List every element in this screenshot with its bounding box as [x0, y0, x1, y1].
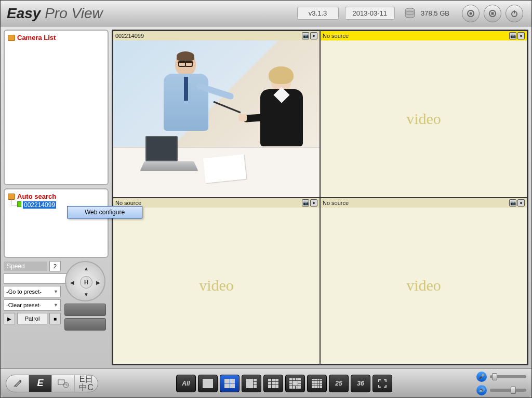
context-menu: Web configure: [67, 206, 142, 218]
cell-title: 002214099: [115, 33, 144, 39]
snapshot-icon[interactable]: 📷: [302, 199, 309, 207]
ptz-up-button[interactable]: ▲: [81, 263, 91, 273]
video-cell-1[interactable]: 002214099 📷 ●: [113, 31, 320, 198]
ptz-extra-button-2[interactable]: [64, 318, 106, 331]
patrol-play-button[interactable]: ▶: [4, 313, 15, 324]
svg-rect-5: [491, 12, 494, 15]
fullscreen-button[interactable]: [373, 375, 392, 392]
video-placeholder: video: [406, 277, 441, 294]
stop-button[interactable]: [484, 5, 501, 22]
folder-icon: [8, 194, 15, 200]
playback-tab[interactable]: [52, 375, 75, 392]
ptz-extra-button-1[interactable]: [64, 304, 106, 316]
power-button[interactable]: [506, 5, 523, 22]
ptz-down-button[interactable]: ▼: [81, 289, 91, 299]
record-icon[interactable]: ●: [517, 199, 525, 207]
speaker-icon[interactable]: 🔊: [476, 385, 487, 395]
camera-icon: [17, 201, 21, 207]
layout-strip: All 25 36: [176, 375, 392, 392]
ptz-dpad: ▲ ▼ ◀ ▶ H: [65, 261, 105, 301]
folder-icon: [8, 35, 15, 41]
ptz-right-button[interactable]: ▶: [93, 277, 103, 287]
cell-title: No source: [115, 200, 141, 206]
patrol-stop-button[interactable]: ■: [49, 313, 61, 324]
auto-search-panel: Auto search 002214099 Web configure: [4, 188, 109, 258]
disk-icon: [404, 7, 416, 20]
camera-list-title: Camera List: [8, 34, 104, 42]
patrol-label: Patrol: [17, 313, 47, 324]
ptz-home-button[interactable]: H: [80, 276, 92, 289]
layout-9-button[interactable]: [263, 375, 283, 392]
cell-title: No source: [323, 200, 349, 206]
layout-all-button[interactable]: All: [176, 375, 196, 392]
layout-6-button[interactable]: [242, 375, 261, 392]
speaker-slider[interactable]: [490, 389, 526, 392]
snapshot-icon[interactable]: 📷: [509, 32, 516, 39]
svg-point-3: [470, 12, 472, 15]
snapshot-icon[interactable]: 📷: [302, 32, 309, 39]
version-box: v3.1.3: [297, 7, 339, 20]
layout-1-button[interactable]: [198, 375, 218, 392]
cell-title: No source: [323, 33, 349, 39]
ptz-controls: Speed Add -Go to preset-▼ -Clear preset-…: [4, 261, 109, 331]
footer-toolbar: E E日中C All 25 36 🎤 🔊: [1, 368, 531, 397]
record-icon[interactable]: ●: [310, 32, 317, 39]
video-placeholder: video: [199, 277, 234, 294]
goto-preset-select[interactable]: -Go to preset-▼: [4, 286, 61, 297]
auto-search-title: Auto search: [8, 193, 104, 200]
settings-tab[interactable]: [6, 375, 29, 392]
video-grid: 002214099 📷 ●: [112, 30, 528, 365]
layout-13-button[interactable]: [285, 375, 305, 392]
layout-36-button[interactable]: 36: [351, 375, 370, 392]
video-placeholder: video: [406, 110, 441, 128]
layout-16-button[interactable]: [307, 375, 327, 392]
language-tab[interactable]: E日中C: [75, 375, 98, 392]
mic-slider[interactable]: [490, 375, 526, 378]
record-icon[interactable]: ●: [310, 199, 317, 207]
storage-text: 378,5 GB: [421, 9, 449, 17]
live-tab[interactable]: E: [29, 375, 52, 392]
record-icon[interactable]: ●: [517, 32, 525, 39]
record-button[interactable]: [462, 5, 480, 22]
snapshot-icon[interactable]: 📷: [509, 199, 516, 207]
speed-label: Speed: [4, 262, 47, 271]
camera-list-panel: Camera List: [4, 30, 109, 185]
speed-input[interactable]: [49, 261, 61, 271]
layout-25-button[interactable]: 25: [329, 375, 349, 392]
video-cell-2[interactable]: No source 📷 ● video: [320, 31, 527, 198]
mode-pill: E E日中C: [6, 375, 98, 392]
video-cell-3[interactable]: No source 📷 ● video: [113, 198, 320, 365]
header-bar: Easy Pro View v3.1.3 2013-03-11 378,5 GB: [1, 1, 531, 26]
app-logo: Easy Pro View: [7, 5, 103, 22]
mic-icon[interactable]: 🎤: [476, 372, 487, 382]
date-box: 2013-03-11: [345, 7, 395, 20]
layout-4-button[interactable]: [220, 375, 240, 392]
video-cell-4[interactable]: No source 📷 ● video: [320, 198, 527, 365]
clear-preset-select[interactable]: -Clear preset-▼: [4, 299, 61, 311]
camera-feed: [113, 40, 320, 197]
context-menu-web-configure[interactable]: Web configure: [68, 207, 142, 218]
ptz-left-button[interactable]: ◀: [67, 277, 77, 287]
